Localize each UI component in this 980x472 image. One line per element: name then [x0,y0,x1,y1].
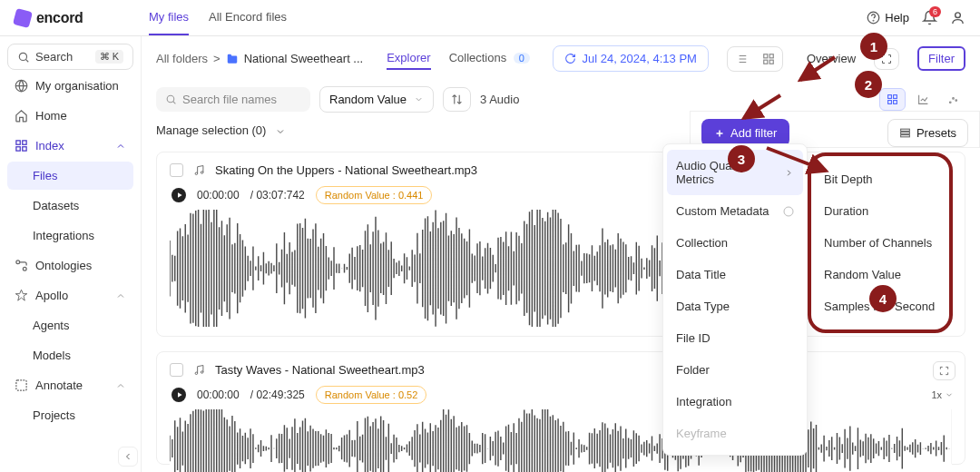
sidebar-item-agents[interactable]: Agents [7,311,133,339]
tab-explorer[interactable]: Explorer [387,47,430,70]
sidebar-group-index[interactable]: Index [7,132,133,160]
svg-point-27 [195,372,198,375]
svg-rect-30 [901,129,910,131]
search-file-names-input[interactable]: Search file names [156,87,310,112]
svg-point-16 [167,95,174,103]
annotate-icon [15,379,28,392]
manage-selection-label: Manage selection (0) [156,123,266,137]
chevron-up-icon [115,141,126,152]
svg-rect-15 [769,60,773,64]
annotation-arrow [789,53,844,89]
notifications-button[interactable]: 6 [922,10,937,25]
tab-my-files[interactable]: My files [149,0,189,35]
annotation-3: 3 [728,145,755,172]
search-label: Search [35,50,73,64]
filter-option-custom[interactable]: Custom Metadata [663,195,807,227]
collections-count: 0 [514,53,530,64]
filter-tab[interactable]: Filter [917,46,965,71]
sidebar-index-label: Index [35,139,64,152]
svg-point-24 [195,172,198,175]
audio-file-icon [192,363,206,377]
list-view-icon[interactable] [728,47,755,71]
filter-panel: Add filter Presets [690,111,980,148]
sort-direction-button[interactable] [443,87,471,112]
sidebar-item-files[interactable]: Files [7,162,133,190]
play-button[interactable] [172,188,186,202]
zoom-value: 1x [931,389,942,400]
duration-time: / 03:07:742 [250,189,305,202]
sidebar-annotate-label: Annotate [35,379,83,392]
sidebar-item-org[interactable]: My organisation [7,72,133,100]
play-button[interactable] [172,388,186,402]
audio-file-icon [192,163,206,177]
filter-option-data-title[interactable]: Data Title [663,259,807,290]
chevron-up-icon [115,380,126,391]
sort-select[interactable]: Random Value [319,86,434,113]
tab-collections[interactable]: Collections 0 [449,47,530,70]
breadcrumb[interactable]: All folders > National Sweetheart ... [156,52,363,65]
submenu-duration[interactable]: Duration [811,195,949,227]
annotation-4: 4 [869,285,897,312]
filter-custom-label: Custom Metadata [676,204,769,218]
sidebar-home-label: Home [35,109,67,123]
sidebar-item-projects[interactable]: Projects [7,401,133,429]
tab-all-files[interactable]: All Encord files [209,0,287,35]
sidebar-group-apollo[interactable]: Apollo [7,281,133,310]
sidebar-files-label: Files [33,169,57,182]
svg-rect-11 [16,380,26,390]
sidebar-item-datasets[interactable]: Datasets [7,192,133,220]
expand-card-button[interactable] [933,361,956,380]
collapse-sidebar-button[interactable] [118,447,138,467]
filter-option-collection[interactable]: Collection [663,227,807,259]
svg-point-9 [16,261,20,264]
logo-icon [13,7,33,27]
sidebar-agents-label: Agents [33,319,69,332]
zoom-control[interactable]: 1x [931,389,954,400]
sort-label: Random Value [329,93,407,106]
file-card: Tasty Waves - National Sweetheart.mp3 00… [156,351,965,465]
sidebar-item-models[interactable]: Models [7,341,133,369]
help-link[interactable]: Help [867,11,909,25]
svg-rect-5 [16,141,20,144]
ontology-icon [15,259,28,272]
search-input[interactable]: Search ⌘ K [7,44,133,70]
chart-icon[interactable] [911,89,936,110]
filter-dropdown: Audio Quality Metrics Custom Metadata Co… [662,143,808,456]
presets-button[interactable]: Presets [887,119,968,147]
filter-option-keyframe[interactable]: Keyframe [663,418,807,449]
file-count: 3 Audio [480,93,519,106]
add-filter-label: Add filter [730,126,777,140]
sidebar-group-annotate[interactable]: Annotate [7,371,133,399]
filter-option-folder[interactable]: Folder [663,354,807,386]
sidebar-ontologies-label: Ontologies [35,259,92,272]
layout-grid-active[interactable] [879,88,906,111]
profile-icon[interactable] [950,10,965,25]
file-checkbox[interactable] [170,163,183,177]
svg-rect-6 [23,141,26,144]
file-checkbox[interactable] [170,363,183,377]
view-toggle[interactable] [727,46,783,72]
date-filter-pill[interactable]: Jul 24, 2024, 4:13 PM [553,45,708,72]
waveform[interactable] [170,409,952,464]
submenu-channels[interactable]: Number of Channels [811,227,949,259]
date-label: Jul 24, 2024, 4:13 PM [582,52,696,65]
filter-option-integration[interactable]: Integration [663,386,807,418]
filter-option-file-id[interactable]: File ID [663,322,807,354]
sidebar-item-home[interactable]: Home [7,102,133,130]
brand-text: encord [36,10,83,26]
scatter-icon[interactable] [941,89,965,110]
filter-option-data-type[interactable]: Data Type [663,290,807,322]
sidebar-projects-label: Projects [33,408,75,422]
svg-point-10 [23,267,26,270]
svg-rect-20 [894,101,897,104]
sidebar-item-integrations[interactable]: Integrations [7,221,133,250]
annotation-arrow [762,143,835,180]
sidebar-item-ontologies[interactable]: Ontologies [7,251,133,280]
random-value-pill: Random Value : 0.441 [316,186,433,204]
apollo-icon [15,289,28,302]
breadcrumb-folder: National Sweetheart ... [244,52,364,65]
grid-view-icon[interactable] [755,47,782,71]
help-label: Help [885,11,909,25]
sidebar-integrations-label: Integrations [33,229,94,242]
svg-point-2 [956,13,961,18]
